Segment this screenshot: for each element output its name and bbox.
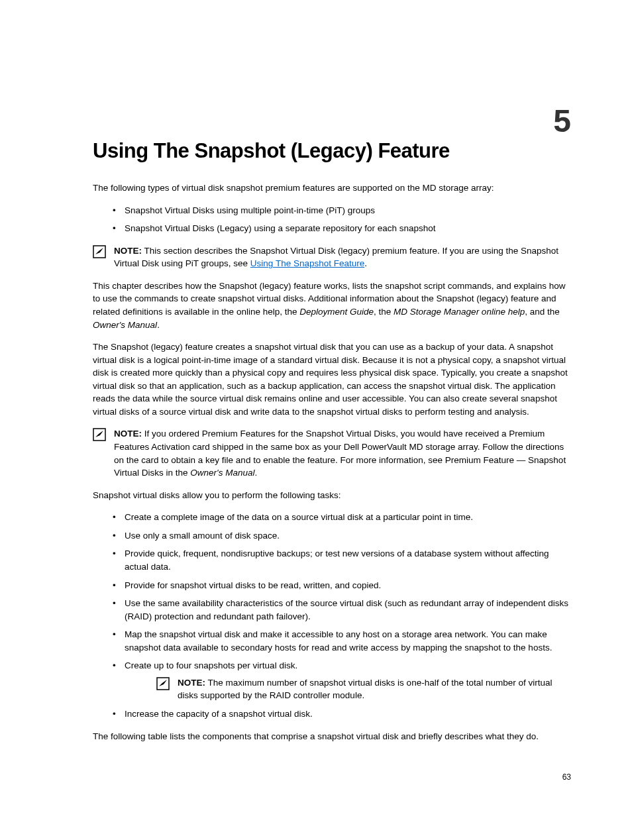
deployment-guide-ref: Deployment Guide [299,307,374,317]
note-label: NOTE: [114,246,142,256]
md-storage-manager-help-ref: MD Storage Manager online help [394,307,525,317]
note-body: The maximum number of snapshot virtual d… [178,678,553,701]
text-run: . [157,320,160,330]
feature-types-list: Snapshot Virtual Disks using multiple po… [93,204,572,235]
note-icon [93,245,106,258]
snapshot-feature-link[interactable]: Using The Snapshot Feature [250,258,364,268]
snapshot-description-paragraph: The Snapshot (legacy) feature creates a … [93,341,572,418]
list-item: Snapshot Virtual Disks using multiple po… [113,204,572,217]
note-block-3: NOTE: The maximum number of snapshot vir… [156,676,572,702]
chapter-title: Using The Snapshot (Legacy) Feature [93,139,572,163]
note-body-after-link: . [364,258,367,268]
note-text: NOTE: If you ordered Premium Features fo… [114,427,572,479]
page-number: 63 [562,772,571,782]
list-item-text: Create up to four snapshots per virtual … [125,660,297,670]
list-item: Increase the capacity of a snapshot virt… [113,708,572,721]
list-item: Create up to four snapshots per virtual … [113,659,572,702]
note-label: NOTE: [114,429,142,439]
note-body-before-italic: If you ordered Premium Features for the … [114,429,566,478]
tasks-list: Create a complete image of the data on a… [93,511,572,720]
tasks-intro-paragraph: Snapshot virtual disks allow you to perf… [93,489,572,502]
table-intro-paragraph: The following table lists the components… [93,730,572,743]
owners-manual-ref: Owner's Manual [190,468,254,478]
note-text: NOTE: The maximum number of snapshot vir… [178,676,572,702]
list-item: Snapshot Virtual Disks (Legacy) using a … [113,222,572,235]
list-item: Map the snapshot virtual disk and make i… [113,628,572,654]
chapter-description-paragraph: This chapter describes how the Snapshot … [93,280,572,331]
chapter-number: 5 [553,103,571,139]
list-item: Create a complete image of the data on a… [113,511,572,524]
note-icon [156,677,170,690]
list-item: Provide quick, frequent, nondisruptive b… [113,547,572,573]
list-item: Use only a small amount of disk space. [113,529,572,543]
intro-paragraph: The following types of virtual disk snap… [93,182,572,195]
text-run: , and the [525,307,560,317]
text-run: , the [374,307,394,317]
note-block-1: NOTE: This section describes the Snapsho… [93,244,572,270]
list-item: Provide for snapshot virtual disks to be… [113,579,572,592]
note-block-2: NOTE: If you ordered Premium Features fo… [93,427,572,479]
note-text: NOTE: This section describes the Snapsho… [114,244,572,270]
list-item: Use the same availability characteristic… [113,597,572,623]
note-label: NOTE: [178,678,205,688]
note-icon [93,428,106,441]
document-page: 5 Using The Snapshot (Legacy) Feature Th… [0,0,632,792]
owners-manual-ref: Owner's Manual [93,320,157,330]
note-body-after-italic: . [254,468,257,478]
